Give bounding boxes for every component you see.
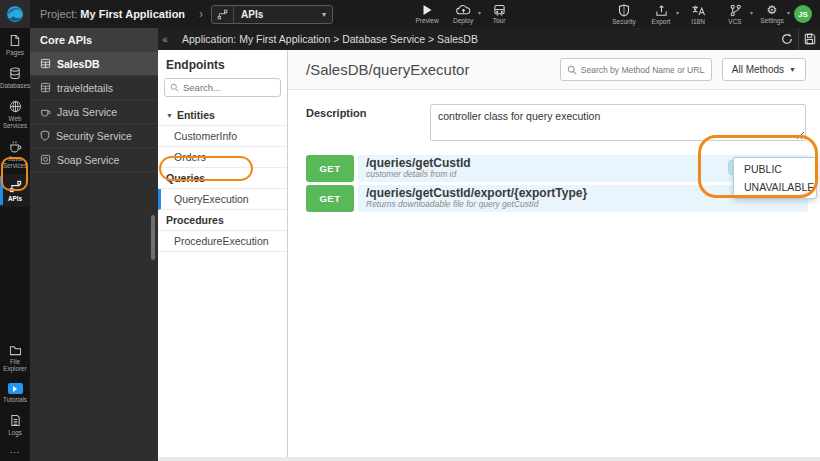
chevron-down-icon: ▾ [750,9,753,16]
sidebar-item-pages[interactable]: Pages [0,28,30,61]
refresh-icon [781,33,793,45]
sidebar-item-databases[interactable]: Databases [0,61,30,94]
deploy-button[interactable]: ▾ Deploy [447,4,479,24]
description-label: Description [306,104,430,141]
core-api-java-service[interactable]: Java Service [30,100,158,124]
vcs-button[interactable]: ▾ VCS [719,4,751,25]
workspace-selector[interactable]: APIs ▾ [211,5,333,24]
shield-icon [40,130,50,141]
method-badge-get[interactable]: GET [306,185,354,212]
logs-icon [10,414,21,427]
core-apis-title: Core APIs [30,28,158,52]
left-sidebar: Pages Databases Web Services [0,28,30,461]
security-button[interactable]: Security [608,4,640,25]
search-icon [567,65,577,75]
search-icon [170,83,179,92]
deploy-cloud-icon [456,4,471,16]
gear-icon: ⚙ [767,4,778,16]
endpoints-search-input[interactable] [183,82,263,93]
right-region: « Application: My First Application > Da… [158,28,820,461]
endpoint-item-queryexecution[interactable]: QueryExecution [158,189,287,210]
soap-icon [40,154,51,165]
endpoint-item-orders[interactable]: Orders [158,147,287,168]
topbar-actions: Preview ▾ Deploy [411,4,515,24]
sidebar-item-apis[interactable]: APIs [0,174,30,207]
endpoints-section-procedures[interactable]: Procedures [158,210,287,231]
sidebar-item-tutorials[interactable]: Tutorials [0,377,30,408]
table-icon [40,58,51,69]
visibility-dropdown-menu: PUBLIC UNAVAILABLE [733,157,817,199]
sidebar-item-java-services[interactable]: Java Services [0,134,30,174]
apis-icon [212,6,234,23]
endpoints-title: Endpoints [158,50,287,78]
export-button[interactable]: ▾ Export [645,4,677,25]
table-icon [40,82,51,93]
chevron-down-icon: ▾ [322,10,332,19]
visibility-option-public[interactable]: PUBLIC [734,160,816,178]
main-header: /SalesDB/queryExecutor All Methods ▼ [288,50,820,90]
collapse-panel-icon[interactable]: « [158,34,172,45]
topbar-tools: Security ▾ Export I18N [608,4,788,25]
tour-bus-icon [493,4,506,16]
sidebar-item-logs[interactable]: Logs [0,408,30,441]
description-input[interactable]: controller class for query execution [430,104,806,141]
branch-icon [729,4,742,17]
endpoint-item-customerinfo[interactable]: CustomerInfo [158,126,287,147]
workspace-label: APIs [234,9,322,20]
export-icon [655,4,668,17]
sidebar-item-web-services[interactable]: Web Services [0,94,30,134]
triangle-down-icon: ▼ [166,112,173,119]
endpoints-panel: Endpoints ▼ Entities CustomerInfo [158,50,288,461]
chevron-right-icon: › [199,7,203,21]
chevron-down-icon: ▾ [787,9,790,16]
scrollbar-thumb[interactable] [151,215,155,260]
endpoint-item-procedureexecution[interactable]: ProcedureExecution [158,231,287,252]
refresh-button[interactable] [776,28,798,50]
core-api-soap-service[interactable]: Soap Service [30,148,158,172]
app-window: Project: My First Application › APIs ▾ P… [0,0,820,461]
save-button[interactable] [798,28,820,50]
top-bar: Project: My First Application › APIs ▾ P… [0,0,820,28]
tour-button[interactable]: Tour [483,4,515,24]
endpoints-section-entities[interactable]: ▼ Entities [158,105,287,126]
project-name: Project: My First Application [40,8,185,20]
user-avatar[interactable]: JS [794,5,812,23]
endpoints-section-queries[interactable]: Queries [158,168,287,189]
sidebar-more-button[interactable]: ... [10,441,21,461]
triangle-down-icon: ▼ [789,66,796,73]
page-title: /SalesDB/queryExecutor [306,61,560,78]
shield-icon [618,4,630,17]
endpoints-search[interactable] [164,78,281,97]
api-summary: Returns downloadable file for query getC… [366,200,800,209]
core-apis-panel: Core APIs SalesDB traveldetails [30,28,158,461]
preview-button[interactable]: Preview [411,4,443,24]
database-icon [9,67,21,80]
translate-icon [691,4,705,17]
play-icon [421,4,433,16]
method-badge-get[interactable]: GET [306,155,354,182]
tutorials-play-icon [8,383,23,394]
i18n-button[interactable]: I18N [682,4,714,25]
globe-icon [9,100,22,113]
main-content: /SalesDB/queryExecutor All Methods ▼ [288,50,820,461]
save-icon [804,33,816,45]
folder-icon [9,345,22,356]
chevron-down-icon: ▾ [676,9,679,16]
wave-logo-icon [6,5,24,23]
sidebar-item-file-explorer[interactable]: File Explorer [0,339,30,377]
core-api-security-service[interactable]: Security Service [30,124,158,148]
visibility-option-unavailable[interactable]: UNAVAILABLE [734,178,816,196]
coffee-icon [40,106,51,117]
breadcrumb-bar: « Application: My First Application > Da… [158,28,820,50]
method-search[interactable] [560,58,712,81]
core-api-traveldetails[interactable]: traveldetails [30,76,158,100]
wavemaker-logo[interactable] [0,0,30,28]
methods-filter-button[interactable]: All Methods ▼ [722,58,806,81]
settings-button[interactable]: ⚙ ▾ Settings [756,4,788,25]
page-icon [9,34,21,47]
method-search-input[interactable] [581,65,705,75]
core-api-salesdb[interactable]: SalesDB [30,52,158,76]
breadcrumb: Application: My First Application > Data… [182,33,478,45]
chevron-down-icon: ▾ [478,9,481,16]
apis-icon [9,180,22,193]
